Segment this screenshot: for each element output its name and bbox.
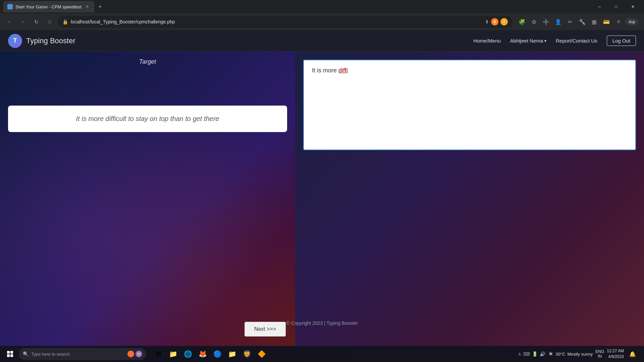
search-icon: 🔍	[23, 351, 29, 357]
share-icon[interactable]: ⬆	[485, 19, 489, 24]
folder-icon[interactable]: 📁	[225, 347, 239, 361]
weather-info[interactable]: ☀ 30°C Mostly sunny	[548, 350, 593, 358]
user-name: Abhijeet Nema	[510, 38, 543, 44]
app-footer: © Copyright 2023 | Typing Booster	[0, 316, 644, 330]
menu-icon[interactable]: ≡	[613, 16, 624, 27]
tab-close-button[interactable]: ✕	[84, 4, 90, 10]
tab-title: Start Your Game - CPM speedtest	[15, 4, 82, 9]
typing-area[interactable]: It is more diffi	[303, 60, 636, 150]
notification-button[interactable]: 🔔	[627, 348, 639, 360]
lock-icon: 🔒	[62, 19, 68, 24]
app-nav-links: Home/Menu Abhijeet Nema ▾ Report/Contact…	[473, 36, 636, 46]
app-navbar: T Typing Booster Home/Menu Abhijeet Nema…	[0, 30, 644, 52]
edge-icon[interactable]: 🌐	[181, 347, 195, 361]
warning-icon[interactable]: !	[500, 18, 508, 25]
logout-button[interactable]: Log Out	[607, 36, 636, 46]
sys-icons: ∧ ⌨ 🔋 🔊	[518, 351, 545, 357]
search-deco-2: 🐱	[136, 351, 142, 357]
profile-icon[interactable]: 👤	[553, 16, 564, 27]
brave-taskbar-icon[interactable]: 🦁	[240, 347, 254, 361]
search-placeholder: Type here to search	[31, 352, 70, 357]
weather-icon: ☀	[548, 350, 553, 358]
browser-chrome: Start Your Game - CPM speedtest ✕ + ─ □ …	[0, 0, 644, 30]
url-text: localhost/local_Typing_Booster/cpmchalle…	[71, 19, 482, 24]
file-explorer-icon[interactable]: 📁	[166, 347, 180, 361]
main-content: Target It is more difficult to stay on t…	[0, 52, 644, 346]
brave-icon[interactable]: B	[491, 18, 498, 25]
right-panel: It is more diffi	[295, 52, 644, 346]
search-decoration: 🐱	[127, 351, 142, 357]
footer-text: © Copyright 2023 | Typing Booster	[286, 320, 358, 326]
volume-icon[interactable]: 🔊	[540, 351, 545, 357]
report-contact-link[interactable]: Report/Contact Us	[556, 38, 597, 44]
app-icon[interactable]: 🔶	[255, 347, 268, 361]
left-panel-overlay	[0, 52, 295, 346]
typed-correct-text: It is more	[312, 67, 338, 74]
windows-icon-cell	[10, 351, 13, 354]
typed-current-word: diffi	[338, 67, 348, 74]
nav-right-icons: 🧩 ⚙ ➕ 👤 ✏ 🔧 ▦ 💳 ≡ dup	[517, 16, 640, 27]
refresh-button[interactable]: ↻	[31, 16, 42, 27]
windows-icon-cell	[7, 351, 10, 354]
bookmark-button[interactable]: ☆	[44, 16, 55, 27]
browser-tab[interactable]: Start Your Game - CPM speedtest ✕	[3, 1, 94, 12]
nav-bar: ← → ↻ ☆ 🔒 localhost/local_Typing_Booster…	[0, 13, 644, 30]
sidebar-icon[interactable]: ▦	[589, 16, 600, 27]
address-bar[interactable]: 🔒 localhost/local_Typing_Booster/cpmchal…	[58, 16, 513, 28]
minimize-button[interactable]: ─	[592, 1, 607, 12]
weather-temp: 30°C	[555, 352, 565, 357]
search-deco-1	[127, 351, 134, 357]
target-text: It is more difficult to stay on top than…	[76, 115, 219, 122]
tab-favicon	[7, 4, 13, 9]
clock[interactable]: 12:27 AM 4/9/2023	[607, 348, 624, 360]
up-arrow-icon[interactable]: ∧	[518, 351, 521, 357]
time-display: 12:27 AM	[607, 348, 624, 354]
back-button[interactable]: ←	[4, 16, 15, 27]
windows-icon	[7, 351, 13, 357]
taskbar: 🔍 Type here to search 🐱 ⊞ 📁 🌐 🦊 🔵 📁 🦁 🔶 …	[0, 346, 644, 362]
settings-icon[interactable]: ⚙	[529, 16, 539, 27]
chevron-down-icon: ▾	[544, 39, 546, 43]
target-text-box: It is more difficult to stay on top than…	[8, 106, 287, 132]
add-icon[interactable]: ➕	[541, 16, 551, 27]
target-header: Target	[0, 52, 295, 72]
title-bar: Start Your Game - CPM speedtest ✕ + ─ □ …	[0, 0, 644, 13]
close-button[interactable]: ✕	[625, 1, 641, 12]
start-button[interactable]	[3, 347, 17, 361]
forward-button[interactable]: →	[17, 16, 28, 27]
brand-name: Typing Booster	[26, 37, 75, 45]
language-indicator[interactable]: ENG IN	[595, 349, 604, 359]
address-icons: ⬆ B !	[485, 18, 508, 25]
left-panel: Target It is more difficult to stay on t…	[0, 52, 295, 346]
task-view-button[interactable]: ⊞	[152, 347, 165, 361]
home-menu-link[interactable]: Home/Menu	[473, 38, 501, 44]
window-controls: ─ □ ✕	[592, 1, 641, 12]
region-text: IN	[595, 354, 604, 359]
taskbar-right: ∧ ⌨ 🔋 🔊 ☀ 30°C Mostly sunny ENG IN 12:27…	[518, 348, 641, 360]
weather-desc: Mostly sunny	[567, 352, 593, 357]
wallet-icon[interactable]: 💳	[601, 16, 612, 27]
edge-alt-icon[interactable]: 🔵	[211, 347, 224, 361]
brand-logo: T	[8, 34, 22, 48]
battery-icon[interactable]: 🔋	[532, 351, 538, 357]
keyboard-icon[interactable]: ⌨	[523, 351, 530, 357]
maximize-button[interactable]: □	[608, 1, 624, 12]
app-brand: T Typing Booster	[8, 34, 75, 48]
date-display: 4/9/2023	[607, 354, 624, 360]
user-dropdown[interactable]: Abhijeet Nema ▾	[510, 38, 546, 44]
firefox-icon[interactable]: 🦊	[196, 347, 209, 361]
profile-chip[interactable]: dup	[625, 18, 639, 25]
taskbar-center: ⊞ 📁 🌐 🦊 🔵 📁 🦁 🔶	[152, 347, 268, 361]
main-area: T Typing Booster Home/Menu Abhijeet Nema…	[0, 30, 644, 346]
extensions-icon[interactable]: 🧩	[517, 16, 527, 27]
windows-icon-cell	[7, 354, 10, 357]
taskbar-search[interactable]: 🔍 Type here to search 🐱	[19, 348, 146, 360]
typing-area-container: It is more diffi	[295, 52, 644, 158]
new-tab-button[interactable]: +	[96, 2, 105, 11]
windows-icon-cell	[10, 354, 13, 357]
puzzle-icon[interactable]: 🔧	[577, 16, 588, 27]
edit-icon[interactable]: ✏	[565, 16, 576, 27]
lang-text: ENG	[595, 349, 604, 354]
